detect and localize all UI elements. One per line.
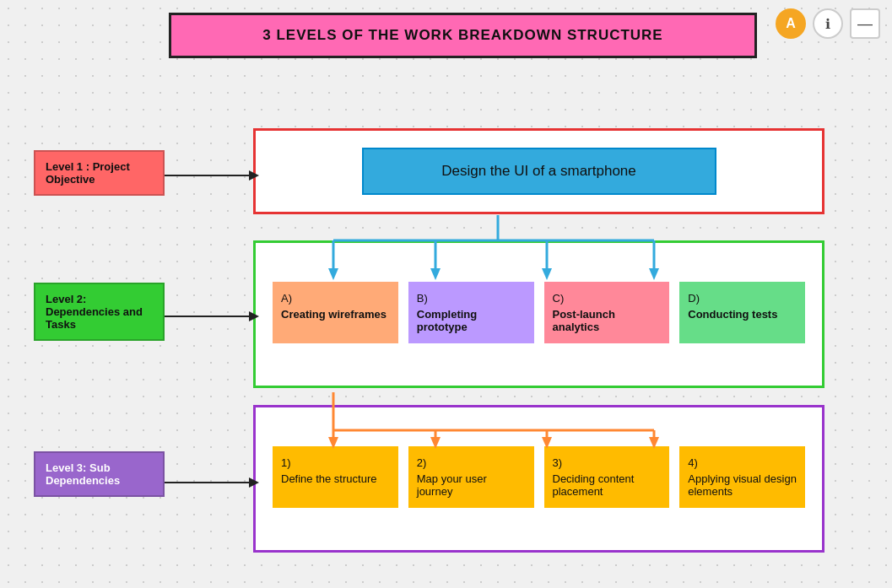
level2-box: A) Creating wireframes B) Completing pro… bbox=[253, 240, 824, 388]
avatar-button[interactable]: A bbox=[776, 8, 806, 39]
card-a-title: Creating wireframes bbox=[281, 308, 390, 321]
project-objective-text: Design the UI of a smartphone bbox=[441, 163, 636, 179]
task-card-c: C) Post-launch analytics bbox=[544, 282, 670, 343]
card-d-title: Conducting tests bbox=[688, 308, 797, 321]
title-text: 3 LEVELS OF THE WORK BREAKDOWN STRUCTURE bbox=[262, 27, 662, 43]
subtask-card-2: 2) Map your user journey bbox=[408, 446, 534, 508]
subtask-card-3: 3) Deciding content placement bbox=[544, 446, 670, 508]
card-3-title: Deciding content placement bbox=[553, 472, 662, 498]
level1-box: Design the UI of a smartphone bbox=[253, 128, 824, 214]
card-1-title: Define the structure bbox=[281, 472, 390, 485]
card-d-letter: D) bbox=[688, 292, 797, 305]
level1-label: Level 1 : Project Objective bbox=[34, 150, 165, 196]
card-3-number: 3) bbox=[553, 456, 662, 469]
card-c-title: Post-launch analytics bbox=[553, 308, 662, 333]
task-cards: A) Creating wireframes B) Completing pro… bbox=[273, 282, 805, 343]
level2-label: Level 2: Dependencies and Tasks bbox=[34, 283, 165, 341]
subtask-card-1: 1) Define the structure bbox=[273, 446, 398, 508]
card-a-letter: A) bbox=[281, 292, 390, 305]
card-b-letter: B) bbox=[417, 292, 526, 305]
card-1-number: 1) bbox=[281, 456, 390, 469]
level3-box: 1) Define the structure 2) Map your user… bbox=[253, 405, 824, 553]
title-box: 3 LEVELS OF THE WORK BREAKDOWN STRUCTURE bbox=[169, 13, 757, 58]
project-objective-box: Design the UI of a smartphone bbox=[362, 148, 716, 195]
card-4-number: 4) bbox=[688, 456, 797, 469]
card-c-letter: C) bbox=[553, 292, 662, 305]
info-button[interactable]: ℹ bbox=[813, 8, 843, 39]
level3-label: Level 3: Sub Dependencies bbox=[34, 451, 165, 497]
task-card-a: A) Creating wireframes bbox=[273, 282, 398, 343]
subtask-cards: 1) Define the structure 2) Map your user… bbox=[273, 446, 805, 508]
card-2-number: 2) bbox=[417, 456, 526, 469]
card-b-title: Completing prototype bbox=[417, 308, 526, 333]
task-card-d: D) Conducting tests bbox=[679, 282, 805, 343]
subtask-card-4: 4) Applying visual design elements bbox=[679, 446, 805, 508]
minimize-button[interactable]: — bbox=[850, 8, 880, 39]
card-4-title: Applying visual design elements bbox=[688, 472, 797, 498]
task-card-b: B) Completing prototype bbox=[408, 282, 534, 343]
card-2-title: Map your user journey bbox=[417, 472, 526, 498]
top-bar: A ℹ — bbox=[764, 0, 892, 47]
